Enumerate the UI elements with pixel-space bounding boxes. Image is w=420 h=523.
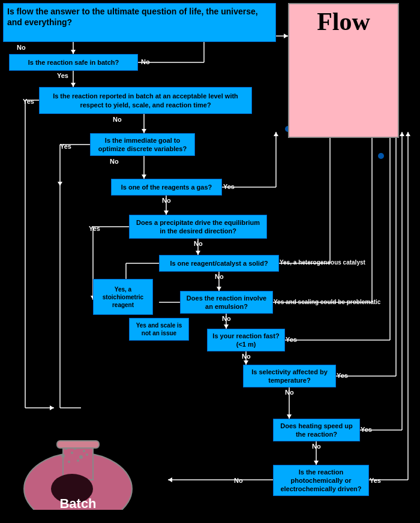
svg-marker-58 xyxy=(168,477,172,482)
q9-text: Is selectivity affected by temperature? xyxy=(247,368,332,385)
box-q8: Is your reaction fast? (<1 m) xyxy=(207,329,285,351)
svg-point-81 xyxy=(65,447,67,450)
svg-marker-7 xyxy=(71,83,76,87)
no-label-q7: No xyxy=(222,315,231,322)
svg-marker-21 xyxy=(274,132,278,136)
main-question-text: Is flow the answer to the ultimate quest… xyxy=(7,7,258,27)
no-label-q6: No xyxy=(215,273,224,280)
yes-label-q9: Yes xyxy=(337,372,348,379)
no-label-q8: No xyxy=(242,353,251,360)
yes-label-q4: Yes xyxy=(223,183,235,190)
box-scale: Yes and scale is not an issue xyxy=(129,318,189,341)
box-q2: Is the reaction reported in batch at an … xyxy=(39,87,252,114)
svg-marker-54 xyxy=(400,132,404,136)
main-question: Is flow the answer to the ultimate quest… xyxy=(3,3,276,42)
no-label-q9: No xyxy=(285,389,294,396)
no-label-q2: No xyxy=(113,116,122,123)
no-label-q3: No xyxy=(110,158,119,165)
yes-label-q3: Yes xyxy=(60,143,71,150)
q5-text: Does a precipitate drive the equilibrium… xyxy=(133,218,263,236)
yes-label-q10: Yes xyxy=(361,426,372,433)
q2-text: Is the reaction reported in batch at an … xyxy=(43,92,248,109)
no-label-q11: No xyxy=(234,477,243,484)
box-q7: Does the reaction involve an emulsion? xyxy=(180,291,273,314)
svg-marker-61 xyxy=(406,132,410,136)
no-label-0: No xyxy=(17,44,26,51)
no-label-q5: No xyxy=(194,240,203,247)
svg-point-83 xyxy=(83,450,85,452)
q1-text: Is the reaction safe in batch? xyxy=(28,58,119,67)
box-q10: Does heating speed up the reaction? xyxy=(273,419,360,441)
q4-text: Is one of the reagents a gas? xyxy=(121,183,212,191)
yes-label-q2: Yes xyxy=(23,98,34,105)
yes-label-q5: Yes xyxy=(89,225,100,232)
svg-point-78 xyxy=(61,454,65,458)
svg-marker-56 xyxy=(314,461,319,465)
stoich-text: Yes, a stoichiometric reagent xyxy=(97,285,149,309)
yes-label-q8: Yes xyxy=(286,336,297,343)
q6-text: Is one reagent/catalyst a solid? xyxy=(170,259,268,267)
svg-text:Batch: Batch xyxy=(59,496,96,510)
box-q1: Is the reaction safe in batch? xyxy=(9,54,138,71)
box-q6: Is one reagent/catalyst a solid? xyxy=(159,255,279,272)
q7-text: Does the reaction involve an emulsion? xyxy=(184,294,269,311)
q3-text: Is the immediate goal to optimize discre… xyxy=(94,136,191,154)
svg-point-82 xyxy=(74,447,76,450)
svg-marker-41 xyxy=(224,324,229,329)
svg-marker-5 xyxy=(284,34,288,38)
svg-marker-1 xyxy=(71,50,76,54)
q10-text: Does heating speed up the reaction? xyxy=(277,422,356,439)
box-q11: Is the reaction photochemically or elect… xyxy=(273,465,369,496)
yes-hetero-label-q6: Yes, a heterogeneous catalyst xyxy=(280,259,365,266)
svg-marker-35 xyxy=(217,287,221,291)
flow-title: Flow xyxy=(288,7,399,36)
svg-point-85 xyxy=(77,459,79,462)
q8-text: Is your reaction fast? (<1 m) xyxy=(211,332,281,349)
box-stoich: Yes, a stoichiometric reagent xyxy=(93,279,153,315)
yes-label-q11: Yes xyxy=(370,477,381,484)
no-label-q1: No xyxy=(141,58,150,65)
svg-marker-16 xyxy=(58,182,62,186)
no-label-q4: No xyxy=(162,197,171,204)
box-q9: Is selectivity affected by temperature? xyxy=(243,365,336,387)
svg-point-80 xyxy=(79,455,83,459)
no-label-q10: No xyxy=(312,443,321,450)
svg-marker-13 xyxy=(142,129,146,133)
yes-scaling-label-q7: Yes and scaling could be problematic xyxy=(274,299,380,305)
box-q5: Does a precipitate drive the equilibrium… xyxy=(129,215,267,239)
box-q3: Is the immediate goal to optimize discre… xyxy=(90,133,195,156)
scale-text: Yes and scale is not an issue xyxy=(133,321,185,337)
yes-label-q1: Yes xyxy=(57,72,68,79)
q11-text: Is the reaction photochemically or elect… xyxy=(277,468,365,494)
box-q4: Is one of the reagents a gas? xyxy=(111,179,222,196)
svg-point-86 xyxy=(86,453,88,456)
svg-marker-46 xyxy=(244,360,248,365)
svg-marker-28 xyxy=(196,251,200,255)
svg-marker-23 xyxy=(164,211,169,215)
svg-marker-51 xyxy=(287,414,292,419)
batch-flask: Batch xyxy=(18,384,138,510)
svg-rect-76 xyxy=(57,441,99,448)
svg-point-79 xyxy=(71,452,73,454)
svg-point-67 xyxy=(378,153,384,159)
svg-marker-18 xyxy=(142,175,146,179)
svg-point-84 xyxy=(68,461,70,463)
